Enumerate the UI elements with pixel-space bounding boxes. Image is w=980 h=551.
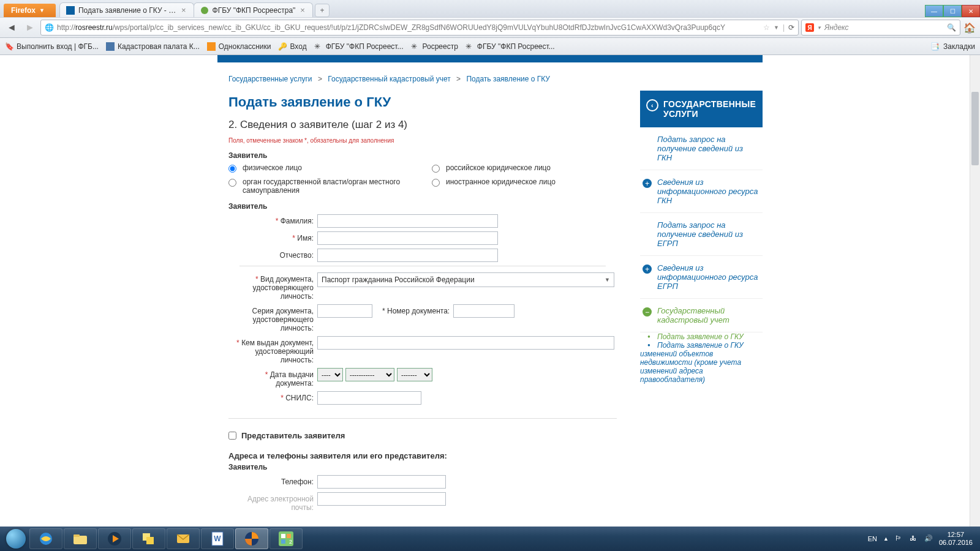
yandex-icon: Я [805, 23, 814, 32]
browser-tab-1[interactable]: Подать заявление о ГКУ - Портал ус... × [59, 2, 194, 17]
bookmark-favicon [106, 42, 115, 51]
bookmark-favicon: 🔖 [5, 42, 13, 51]
svg-rect-2 [106, 42, 115, 51]
home-button[interactable]: 🏠 [963, 21, 976, 34]
bookmark-item[interactable]: Одноклассники [207, 42, 271, 51]
dropdown-icon[interactable]: ▼ [774, 24, 779, 31]
window-close-button[interactable]: ✕ [962, 5, 980, 17]
bookmark-favicon: ✳ [411, 42, 420, 51]
bookmark-item[interactable]: 🔖Выполнить вход | ФГБ... [5, 42, 99, 51]
bookmarks-menu-label[interactable]: Закладки [943, 42, 975, 51]
new-tab-button[interactable]: + [315, 4, 330, 17]
window-controls: — ☐ ✕ [925, 4, 980, 17]
firefox-menu-button[interactable]: Firefox▼ [4, 4, 56, 17]
search-placeholder: Яндекс [824, 23, 849, 32]
browser-tab-2[interactable]: ФГБУ "ФКП Росреестра" × [194, 2, 313, 17]
bookmark-item[interactable]: 🔑Вход [278, 42, 306, 51]
globe-icon: 🌐 [45, 23, 53, 32]
tab-favicon [66, 6, 75, 15]
star-icon[interactable]: ☆ [763, 23, 770, 32]
url-text: http://rosreestr.ru/wps/portal/p/cc_ib_s… [57, 23, 760, 32]
forward-button[interactable]: ► [22, 20, 38, 36]
close-icon[interactable]: × [299, 6, 306, 15]
bookmark-favicon [207, 42, 216, 51]
bookmark-favicon: ✳ [314, 42, 323, 51]
bookmark-item[interactable]: ✳ФГБУ "ФКП Росреест... [466, 42, 555, 51]
svg-point-1 [201, 7, 208, 14]
url-bar[interactable]: 🌐 http://rosreestr.ru/wps/portal/p/cc_ib… [40, 20, 799, 36]
bookmark-item[interactable]: ✳ФГБУ "ФКП Росреест... [314, 42, 404, 51]
navigation-bar: ◄ ► 🌐 http://rosreestr.ru/wps/portal/p/c… [0, 17, 980, 38]
maximize-button[interactable]: ☐ [943, 5, 962, 17]
svg-rect-3 [207, 42, 216, 51]
minimize-button[interactable]: — [925, 5, 943, 17]
bookmarks-menu-icon[interactable]: 📑 [930, 42, 940, 51]
search-bar[interactable]: Я ▾ Яндекс 🔍 [801, 20, 960, 36]
tab-strip: Подать заявление о ГКУ - Портал ус... × … [59, 2, 925, 17]
bookmarks-bar: 🔖Выполнить вход | ФГБ... Кадастровая пал… [0, 38, 980, 55]
browser-titlebar: Firefox▼ Подать заявление о ГКУ - Портал… [0, 0, 980, 17]
bookmark-favicon: ✳ [466, 42, 474, 51]
reload-button[interactable]: ⟳ [788, 23, 794, 32]
bookmark-favicon: 🔑 [278, 42, 287, 51]
svg-rect-0 [66, 6, 75, 15]
bookmark-item[interactable]: ✳Росреестр [411, 42, 458, 51]
caret-down-icon: ▼ [39, 7, 45, 13]
search-icon[interactable]: 🔍 [947, 23, 956, 32]
back-button[interactable]: ◄ [4, 20, 20, 36]
close-icon[interactable]: × [180, 6, 187, 15]
tab-favicon [200, 6, 209, 15]
bookmark-item[interactable]: Кадастровая палата К... [106, 42, 200, 51]
